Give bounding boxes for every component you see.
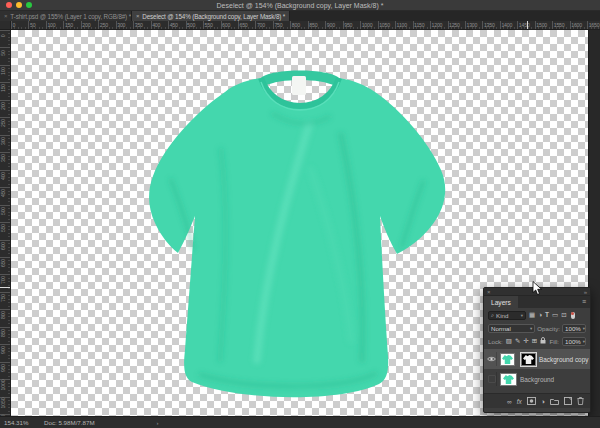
layer-mask-thumbnail[interactable] xyxy=(521,353,536,366)
visibility-toggle[interactable] xyxy=(487,372,497,386)
ruler-label: 0 xyxy=(0,30,6,44)
ruler-label: 350 xyxy=(0,150,6,166)
ruler-label: 900 xyxy=(0,342,6,358)
ruler-label: 400 xyxy=(0,168,6,184)
mouse-cursor xyxy=(532,281,543,296)
ruler-label: 600 xyxy=(0,238,6,254)
delete-layer-icon[interactable] xyxy=(577,397,584,405)
fill-dropdown[interactable]: 100% ▾ xyxy=(562,337,586,346)
new-layer-icon[interactable] xyxy=(564,397,572,405)
shape-filter-icon[interactable]: ▭ xyxy=(552,312,558,319)
layer-filter-row: ⌕ Kind ▾ ▦ ◑ T ▭ ⊡ xyxy=(484,308,590,322)
ruler-label: 950 xyxy=(0,360,6,376)
tab-label: T-shirt.psd @ 155% (Layer 1 copy, RGB/8#… xyxy=(10,13,131,20)
opacity-value: 100% xyxy=(565,325,581,332)
lock-position-icon[interactable]: ✛ xyxy=(523,338,528,345)
document-tab-bar: × T-shirt.psd @ 155% (Layer 1 copy, RGB/… xyxy=(0,11,600,21)
type-filter-icon[interactable]: T xyxy=(545,312,549,319)
status-bar: 154.31% Doc: 5.98M/7.87M › xyxy=(0,416,600,428)
link-layers-icon[interactable]: ∞ xyxy=(507,398,512,405)
layer-row-background[interactable]: Background xyxy=(484,369,590,389)
chevron-down-icon: ▾ xyxy=(581,339,585,344)
blend-mode-dropdown[interactable]: Normal ▾ xyxy=(488,324,535,333)
lock-label: Lock: xyxy=(488,338,503,345)
ruler-label: 300 xyxy=(0,133,6,149)
search-icon: ⌕ xyxy=(491,312,494,319)
horizontal-ruler[interactable]: 0501001502002503003504004505005506006507… xyxy=(11,21,600,30)
layer-name: Background copy xyxy=(539,356,588,363)
panel-collapse-icon[interactable]: » xyxy=(584,289,587,295)
zoom-level-field[interactable]: 154.31% xyxy=(4,419,38,426)
eye-icon xyxy=(487,356,496,362)
layers-panel[interactable]: × » Layers ≡ ⌕ Kind ▾ ▦ ◑ T ▭ ⊡ Normal ▾… xyxy=(483,287,591,413)
title-bar: Deselect @ 154% (Background copy, Layer … xyxy=(0,0,600,11)
ruler-origin-corner[interactable] xyxy=(0,21,11,30)
panel-tab-strip: Layers ≡ xyxy=(484,296,590,308)
ruler-label: 750 xyxy=(0,290,6,306)
add-layer-mask-icon[interactable] xyxy=(527,397,536,405)
window-title: Deselect @ 154% (Background copy, Layer … xyxy=(0,2,600,9)
tab-label: Deselect @ 154% (Background copy, Layer … xyxy=(142,13,285,20)
chevron-down-icon: ▾ xyxy=(581,326,585,331)
ruler-label: 150 xyxy=(0,80,6,96)
blend-mode-value: Normal xyxy=(491,325,511,332)
filter-kind-label: Kind xyxy=(496,312,508,319)
layer-filter-kind-dropdown[interactable]: ⌕ Kind ▾ xyxy=(488,311,526,320)
eye-hidden-box xyxy=(488,375,496,383)
ruler-label: 450 xyxy=(0,185,6,201)
fill-value: 100% xyxy=(565,338,581,345)
visibility-toggle[interactable] xyxy=(487,352,497,366)
tab-tshirt-psd[interactable]: × T-shirt.psd @ 155% (Layer 1 copy, RGB/… xyxy=(0,11,132,21)
cursor-position-marker xyxy=(0,287,11,288)
ruler-label: 200 xyxy=(0,98,6,114)
new-group-icon[interactable] xyxy=(550,398,559,405)
tab-deselect[interactable]: × Deselect @ 154% (Background copy, Laye… xyxy=(132,11,290,21)
status-expander-icon[interactable]: › xyxy=(157,420,159,426)
ruler-label: 650 xyxy=(0,255,6,271)
layer-thumbnail[interactable] xyxy=(500,353,515,366)
cursor-position-marker xyxy=(527,21,528,30)
layers-panel-toolbar: ∞ fx ◑ xyxy=(484,393,590,408)
lock-artboard-icon[interactable]: ⊞ xyxy=(532,338,537,345)
opacity-dropdown[interactable]: 100% ▾ xyxy=(562,324,586,333)
ruler-label: 500 xyxy=(0,203,6,219)
tab-close-icon[interactable]: × xyxy=(4,13,7,19)
ruler-label: 50 xyxy=(0,45,6,61)
pixel-filter-icon[interactable]: ▦ xyxy=(529,312,535,319)
vertical-ruler[interactable]: 0501001502002503003504004505005506006507… xyxy=(0,30,11,416)
ruler-label: 800 xyxy=(0,307,6,323)
tab-close-icon[interactable]: × xyxy=(136,13,139,19)
layer-list: Background copy Background xyxy=(484,348,590,393)
filter-toggle-switch[interactable] xyxy=(571,312,575,319)
layer-name: Background xyxy=(520,376,554,383)
ruler-label: 250 xyxy=(0,115,6,131)
chevron-down-icon: ▾ xyxy=(528,326,532,331)
ruler-label: 1000 xyxy=(0,377,6,393)
lock-all-icon[interactable] xyxy=(540,337,546,346)
opacity-label: Opacity: xyxy=(537,325,560,332)
ruler-label: 100 xyxy=(0,63,6,79)
smartobject-filter-icon[interactable]: ⊡ xyxy=(561,312,566,319)
ruler-label: 850 xyxy=(0,325,6,341)
tshirt-body xyxy=(149,78,445,397)
ruler-label: 1050 xyxy=(0,395,6,411)
lock-transparency-icon[interactable]: ▨ xyxy=(506,338,512,345)
tab-layers[interactable]: Layers xyxy=(484,296,518,308)
adjustment-filter-icon[interactable]: ◑ xyxy=(538,312,542,319)
lock-pixels-icon[interactable]: ✎ xyxy=(515,338,520,345)
fill-label: Fill: xyxy=(549,338,559,345)
layer-thumbnail[interactable] xyxy=(500,373,517,386)
blend-row: Normal ▾ Opacity: 100% ▾ xyxy=(484,322,590,335)
adjustment-layer-icon[interactable]: ◑ xyxy=(541,398,545,405)
layer-row-background-copy[interactable]: Background copy xyxy=(484,349,590,369)
chevron-down-icon: ▾ xyxy=(521,313,523,318)
document-size-readout: Doc: 5.98M/7.87M xyxy=(44,419,95,426)
panel-menu-icon[interactable]: ≡ xyxy=(582,298,586,305)
panel-close-icon[interactable]: × xyxy=(487,289,491,295)
ruler-label: 550 xyxy=(0,220,6,236)
tshirt-neck-tag xyxy=(292,76,306,95)
layer-effects-icon[interactable]: fx xyxy=(517,398,522,405)
lock-row: Lock: ▨ ✎ ✛ ⊞ Fill: 100% ▾ xyxy=(484,335,590,348)
